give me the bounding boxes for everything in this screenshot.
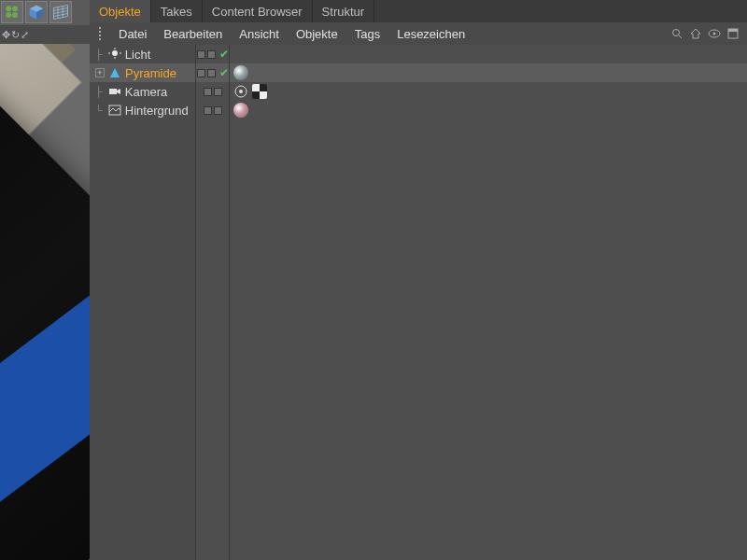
object-tree: ├ Licht + Pyramide ├ Kamera └ Hintergrun… (90, 45, 196, 560)
expand-toggle[interactable]: + (95, 68, 105, 77)
tags-column (230, 45, 747, 560)
object-label: Hintergrund (125, 104, 189, 118)
material-tag[interactable] (233, 65, 248, 80)
svg-rect-14 (728, 29, 738, 32)
svg-rect-20 (109, 89, 117, 94)
svg-line-10 (679, 35, 682, 38)
drag-handle-icon[interactable] (93, 27, 106, 40)
svg-line-4 (54, 8, 68, 11)
home-icon[interactable] (689, 27, 702, 40)
eye-icon[interactable] (708, 27, 721, 40)
background-icon (108, 104, 121, 117)
tab-struktur[interactable]: Struktur (313, 0, 375, 22)
check-icon: ✔ (219, 48, 229, 61)
object-label: Pyramide (125, 66, 176, 80)
viewport-preview[interactable]: Cinema ab V (0, 44, 90, 560)
svg-point-12 (713, 33, 716, 35)
target-tag[interactable] (233, 84, 248, 99)
menu-lesezeichen[interactable]: Lesezeichen (388, 22, 473, 45)
svg-point-9 (673, 30, 680, 36)
menu-bearbeiten[interactable]: Bearbeiten (155, 22, 231, 45)
cube-icon[interactable] (25, 1, 48, 23)
object-label: Licht (125, 48, 150, 62)
visibility-toggles[interactable] (196, 101, 229, 119)
transform-glyphs: ✥ ↻ ⤢ (2, 29, 28, 41)
svg-point-1 (12, 6, 18, 11)
object-manager: ├ Licht + Pyramide ├ Kamera └ Hintergrun… (90, 45, 747, 560)
tag-row (230, 82, 747, 101)
camera-icon (108, 85, 121, 98)
grid-icon[interactable] (49, 1, 72, 23)
transform-tools[interactable]: ✥ ↻ ⤢ (0, 25, 90, 44)
maximize-icon[interactable] (726, 27, 740, 40)
object-manager-menubar: Datei Bearbeiten Ansicht Objekte Tags Le… (90, 22, 747, 45)
search-icon[interactable] (670, 27, 684, 40)
visibility-toggles[interactable]: ✔ (196, 45, 229, 63)
object-row-hintergrund[interactable]: └ Hintergrund (90, 101, 195, 119)
object-label: Kamera (125, 85, 168, 99)
light-icon (108, 48, 121, 61)
menu-tags[interactable]: Tags (346, 22, 388, 45)
svg-line-6 (54, 14, 68, 17)
object-row-pyramide[interactable]: + Pyramide (90, 63, 195, 82)
visibility-column: ✔ ✔ (196, 45, 230, 560)
tab-takes[interactable]: Takes (151, 0, 203, 22)
tab-objekte[interactable]: Objekte (90, 0, 151, 22)
svg-point-15 (112, 50, 118, 56)
pyramid-icon (108, 66, 121, 79)
svg-point-0 (6, 6, 11, 11)
menu-objekte[interactable]: Objekte (288, 22, 346, 45)
object-row-kamera[interactable]: ├ Kamera (90, 82, 195, 101)
panel-tabs: Objekte Takes Content Browser Struktur (90, 0, 747, 22)
tag-row (230, 45, 747, 63)
tab-content-browser[interactable]: Content Browser (203, 0, 313, 22)
svg-line-5 (54, 11, 68, 14)
object-row-licht[interactable]: ├ Licht (90, 45, 195, 63)
plugins-icon[interactable] (1, 1, 23, 23)
svg-point-3 (12, 12, 18, 18)
tag-row (230, 101, 747, 119)
svg-point-23 (239, 90, 243, 93)
visibility-toggles[interactable] (196, 82, 229, 101)
app-toolbar (0, 0, 90, 25)
menu-ansicht[interactable]: Ansicht (231, 22, 288, 45)
menu-datei[interactable]: Datei (110, 22, 155, 45)
check-icon: ✔ (219, 66, 229, 79)
svg-point-2 (6, 12, 11, 18)
checker-tag[interactable] (252, 84, 267, 99)
visibility-toggles[interactable]: ✔ (196, 63, 229, 82)
material2-tag[interactable] (233, 103, 248, 118)
tag-row (230, 63, 747, 82)
